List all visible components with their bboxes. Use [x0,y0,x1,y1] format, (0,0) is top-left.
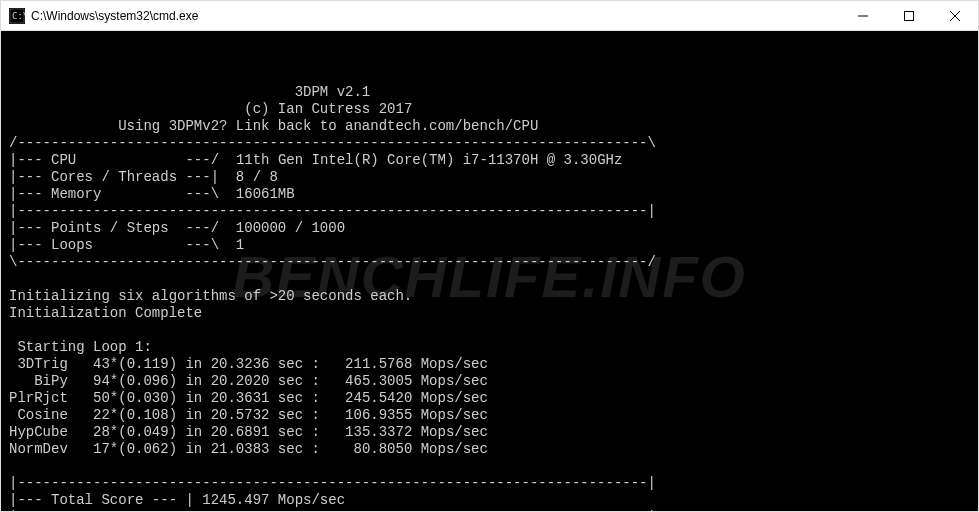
memory-label: Memory [51,186,101,202]
result-name-4: HypCube [9,424,68,440]
total-divider-bottom: |---------------------------------------… [9,509,656,511]
result-mops-3: 106.9355 Mops/sec [345,407,488,423]
svg-rect-4 [905,11,914,20]
cores-value: 8 / 8 [236,169,278,185]
result-detail-4: 28*(0.049) in 20.6891 sec : [93,424,320,440]
cpu-row: |--- [9,152,51,168]
points-sep: ---/ [169,220,236,236]
terminal-output[interactable]: BENCHLIFE.INFO 3DPM v2.1 (c) Ian Cutress… [1,31,978,511]
loops-row: |--- [9,237,51,253]
cores-sep: ---| [177,169,236,185]
points-label: Points / Steps [51,220,169,236]
result-detail-1: 94*(0.096) in 20.2020 sec : [93,373,320,389]
loop-header: Starting Loop 1: [9,339,152,355]
cpu-sep: ---/ [76,152,236,168]
result-detail-2: 50*(0.030) in 20.3631 sec : [93,390,320,406]
init-msg2: Initialization Complete [9,305,202,321]
total-value: 1245.497 Mops/sec [202,492,345,508]
points-value: 100000 / 1000 [236,220,345,236]
result-mops-4: 135.3372 Mops/sec [345,424,488,440]
total-divider-top: |---------------------------------------… [9,475,656,491]
program-name [9,84,295,100]
link-value: Using 3DPMv2? Link back to anandtech.com… [118,118,538,134]
result-name-1: BiPy [9,373,68,389]
cpu-label: CPU [51,152,76,168]
result-name-5: NormDev [9,441,68,457]
divider-top: /---------------------------------------… [9,135,656,151]
loops-label: Loops [51,237,93,253]
result-detail-0: 43*(0.119) in 20.3236 sec : [93,356,320,372]
maximize-button[interactable] [886,1,932,30]
total-label: Total Score [51,492,143,508]
window-title: C:\Windows\system32\cmd.exe [31,9,840,23]
total-row: |--- [9,492,51,508]
result-mops-2: 245.5420 Mops/sec [345,390,488,406]
result-name-2: PlrRjct [9,390,68,406]
init-msg1: Initializing six algorithms of >20 secon… [9,288,412,304]
memory-value: 16061MB [236,186,295,202]
result-name-0: 3DTrig [9,356,68,372]
cmd-icon: C:\ [9,8,25,24]
divider-mid: |---------------------------------------… [9,203,656,219]
result-name-3: Cosine [9,407,68,423]
window-controls [840,1,978,30]
cores-row: |--- [9,169,51,185]
cores-label: Cores / Threads [51,169,177,185]
cpu-value: 11th Gen Intel(R) Core(TM) i7-11370H @ 3… [236,152,622,168]
memory-row: |--- [9,186,51,202]
result-mops-0: 211.5768 Mops/sec [345,356,488,372]
close-button[interactable] [932,1,978,30]
memory-sep: ---\ [101,186,235,202]
minimize-button[interactable] [840,1,886,30]
result-detail-5: 17*(0.062) in 21.0383 sec : [93,441,320,457]
points-row: |--- [9,220,51,236]
terminal-content: 3DPM v2.1 (c) Ian Cutress 2017 Using 3DP… [9,84,970,511]
copyright-value: (c) Ian Cutress 2017 [244,101,412,117]
divider-bottom: \---------------------------------------… [9,254,656,270]
copyright-line [9,101,244,117]
link-line [9,118,118,134]
loops-value: 1 [236,237,244,253]
loops-sep: ---\ [93,237,236,253]
cmd-window: C:\ C:\Windows\system32\cmd.exe BENCHLIF… [0,0,979,512]
total-sep: --- | [143,492,202,508]
result-mops-1: 465.3005 Mops/sec [345,373,488,389]
program-name-value: 3DPM v2.1 [295,84,371,100]
result-mops-5: 80.8050 Mops/sec [345,441,488,457]
titlebar[interactable]: C:\ C:\Windows\system32\cmd.exe [1,1,978,31]
result-detail-3: 22*(0.108) in 20.5732 sec : [93,407,320,423]
svg-text:C:\: C:\ [12,11,25,21]
